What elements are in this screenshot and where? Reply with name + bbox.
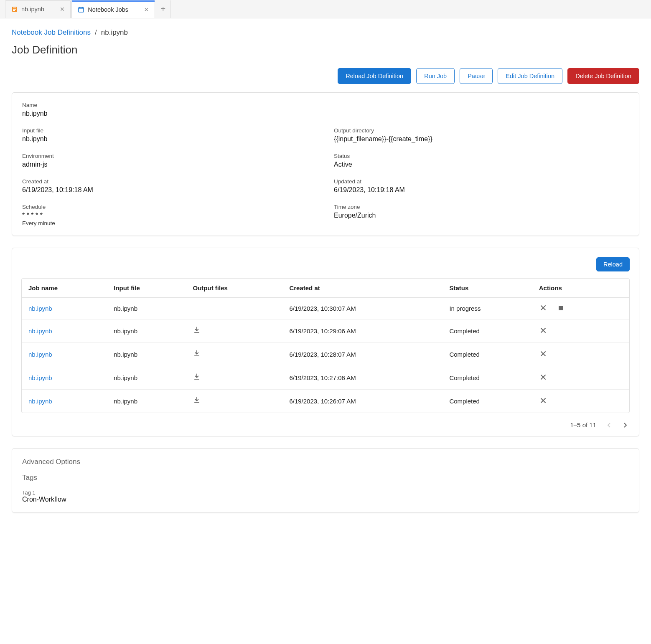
job-name-link[interactable]: nb.ipynb — [28, 398, 52, 405]
field-schedule: Schedule * * * * * Every minute — [22, 204, 317, 226]
svg-rect-1 — [13, 8, 16, 8]
job-name-link[interactable]: nb.ipynb — [28, 374, 52, 381]
job-runs-card: Reload Job name Input file Output files … — [12, 248, 639, 436]
download-icon[interactable] — [193, 350, 201, 358]
advanced-options-card: Advanced Options Tags Tag 1 Cron-Workflo… — [12, 448, 639, 513]
col-created-at: Created at — [282, 279, 442, 298]
download-icon[interactable] — [193, 373, 201, 381]
job-name-link[interactable]: nb.ipynb — [28, 327, 52, 335]
field-output-directory: Output directory {{input_filename}}-{{cr… — [334, 127, 629, 143]
cell-created-at: 6/19/2023, 10:30:07 AM — [282, 298, 442, 319]
svg-rect-4 — [79, 8, 84, 12]
job-definition-details-card: Name nb.ipynb Input file nb.ipynb Output… — [12, 92, 639, 236]
field-environment: Environment admin-js — [22, 153, 317, 168]
tag-item: Tag 1 Cron-Workflow — [22, 489, 629, 503]
tags-title: Tags — [22, 474, 629, 482]
delete-run-icon[interactable] — [539, 397, 547, 404]
field-label: Created at — [22, 178, 317, 185]
cell-created-at: 6/19/2023, 10:27:06 AM — [282, 366, 442, 390]
cell-input-file: nb.ipynb — [107, 343, 186, 366]
field-label: Updated at — [334, 178, 629, 185]
stop-run-icon[interactable] — [557, 305, 565, 311]
breadcrumb-separator: / — [95, 28, 97, 37]
job-name-link[interactable]: nb.ipynb — [28, 305, 52, 312]
table-row: nb.ipynbnb.ipynb6/19/2023, 10:26:07 AMCo… — [22, 390, 629, 413]
field-label: Name — [22, 102, 629, 108]
reload-button[interactable]: Reload — [596, 257, 630, 271]
col-output-files: Output files — [186, 279, 282, 298]
job-definition-actions: Reload Job Definition Run Job Pause Edit… — [12, 68, 639, 84]
cell-created-at: 6/19/2023, 10:26:07 AM — [282, 390, 442, 413]
field-value: 6/19/2023, 10:19:18 AM — [22, 186, 317, 194]
pagination: 1–5 of 11 — [12, 413, 639, 434]
pause-button[interactable]: Pause — [460, 68, 493, 84]
tab-label: Notebook Jobs — [88, 6, 128, 13]
table-row: nb.ipynbnb.ipynb6/19/2023, 10:30:07 AMIn… — [22, 298, 629, 319]
breadcrumb-root-link[interactable]: Notebook Job Definitions — [12, 28, 91, 37]
field-created-at: Created at 6/19/2023, 10:19:18 AM — [22, 178, 317, 194]
job-runs-table: Job name Input file Output files Created… — [22, 279, 629, 413]
field-label: Time zone — [334, 204, 629, 210]
delete-run-icon[interactable] — [539, 304, 547, 311]
tab-bar: nb.ipynb × Notebook Jobs × + — [0, 0, 651, 18]
delete-run-icon[interactable] — [539, 327, 547, 334]
edit-job-definition-button[interactable]: Edit Job Definition — [498, 68, 562, 84]
table-row: nb.ipynbnb.ipynb6/19/2023, 10:28:07 AMCo… — [22, 343, 629, 366]
cell-status: Completed — [442, 366, 532, 390]
chevron-left-icon — [607, 422, 611, 428]
field-label: Input file — [22, 127, 317, 134]
field-value: nb.ipynb — [22, 135, 317, 143]
next-page-button[interactable] — [621, 422, 630, 428]
table-row: nb.ipynbnb.ipynb6/19/2023, 10:29:06 AMCo… — [22, 319, 629, 343]
col-actions: Actions — [532, 279, 629, 298]
field-label: Output directory — [334, 127, 629, 134]
delete-job-definition-button[interactable]: Delete Job Definition — [567, 68, 639, 84]
field-value: Europe/Zurich — [334, 212, 629, 219]
pagination-range: 1–5 of 11 — [570, 421, 596, 428]
col-input-file: Input file — [107, 279, 186, 298]
col-job-name: Job name — [22, 279, 107, 298]
breadcrumb-current: nb.ipynb — [101, 28, 128, 37]
job-runs-table-wrapper: Job name Input file Output files Created… — [21, 278, 630, 413]
cell-input-file: nb.ipynb — [107, 390, 186, 413]
download-icon[interactable] — [193, 326, 201, 335]
tab-notebook-jobs[interactable]: Notebook Jobs × — [71, 0, 155, 18]
prev-page-button[interactable] — [605, 422, 613, 428]
cell-input-file: nb.ipynb — [107, 298, 186, 319]
field-updated-at: Updated at 6/19/2023, 10:19:18 AM — [334, 178, 629, 194]
field-description: Every minute — [22, 220, 317, 226]
job-name-link[interactable]: nb.ipynb — [28, 351, 52, 358]
field-label: Status — [334, 153, 629, 159]
cell-status: Completed — [442, 319, 532, 343]
table-row: nb.ipynbnb.ipynb6/19/2023, 10:27:06 AMCo… — [22, 366, 629, 390]
cell-created-at: 6/19/2023, 10:28:07 AM — [282, 343, 442, 366]
delete-run-icon[interactable] — [539, 350, 547, 357]
cell-status: In progress — [442, 298, 532, 319]
delete-run-icon[interactable] — [539, 374, 547, 380]
tab-label: nb.ipynb — [21, 6, 44, 13]
page-title: Job Definition — [12, 43, 639, 56]
notebook-icon — [11, 6, 18, 13]
svg-rect-8 — [559, 306, 563, 310]
reload-job-definition-button[interactable]: Reload Job Definition — [338, 68, 411, 84]
tag-label: Tag 1 — [22, 489, 629, 496]
close-icon[interactable]: × — [144, 5, 149, 14]
field-status: Status Active — [334, 153, 629, 168]
field-time-zone: Time zone Europe/Zurich — [334, 204, 629, 226]
field-value: * * * * * — [22, 212, 317, 219]
cell-created-at: 6/19/2023, 10:29:06 AM — [282, 319, 442, 343]
col-status: Status — [442, 279, 532, 298]
field-input-file: Input file nb.ipynb — [22, 127, 317, 143]
breadcrumb: Notebook Job Definitions / nb.ipynb — [12, 18, 639, 43]
tab-nb-ipynb[interactable]: nb.ipynb × — [5, 0, 71, 18]
svg-rect-3 — [13, 10, 15, 11]
cell-status: Completed — [442, 343, 532, 366]
field-value: Active — [334, 161, 629, 168]
download-icon[interactable] — [193, 396, 201, 405]
close-icon[interactable]: × — [60, 5, 65, 14]
field-label: Environment — [22, 153, 317, 159]
calendar-icon — [78, 6, 84, 13]
add-tab-button[interactable]: + — [156, 0, 171, 18]
chevron-right-icon — [623, 422, 628, 428]
run-job-button[interactable]: Run Job — [416, 68, 455, 84]
